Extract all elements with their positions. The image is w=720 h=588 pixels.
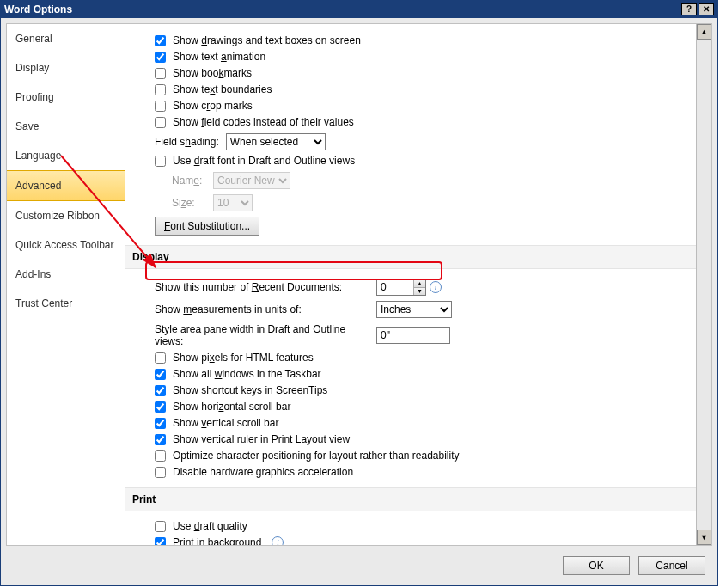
sidebar-item-label: Display <box>15 62 49 74</box>
content-wrap: Show drawings and text boxes on screen S… <box>125 24 711 545</box>
vertical-scrollbar[interactable]: ▲ ▼ <box>696 24 711 545</box>
label-show-field-codes: Show field codes instead of their values <box>173 116 354 128</box>
option-show-windows-taskbar: Show all windows in the Taskbar <box>141 366 687 383</box>
spinner-recent-documents[interactable]: ▲ ▼ <box>376 279 426 296</box>
row-draft-font-size: Size: 10 <box>141 192 687 214</box>
sidebar-item-quick-access-toolbar[interactable]: Quick Access Toolbar <box>7 230 125 260</box>
checkbox-show-drawings[interactable] <box>155 35 166 46</box>
cancel-button[interactable]: Cancel <box>638 556 705 575</box>
row-draft-font-name: Name: Courier New <box>141 169 687 192</box>
row-style-area-width: Style area pane width in Draft and Outli… <box>141 321 687 350</box>
checkbox-show-shortcut-keys[interactable] <box>155 385 166 396</box>
label-show-windows-taskbar: Show all windows in the Taskbar <box>173 368 321 380</box>
checkbox-show-text-boundaries[interactable] <box>155 84 166 95</box>
ok-button[interactable]: OK <box>563 556 630 575</box>
checkbox-optimize-char-positioning[interactable] <box>155 450 166 462</box>
dialog-footer: OK Cancel <box>1 551 717 585</box>
label-use-draft-quality: Use draft quality <box>173 520 247 532</box>
select-font-name: Courier New <box>213 172 290 189</box>
option-show-horizontal-scrollbar: Show horizontal scroll bar <box>141 399 687 415</box>
option-show-crop-marks: Show crop marks <box>141 98 687 114</box>
option-show-vertical-scrollbar: Show vertical scroll bar <box>141 415 687 432</box>
label-show-drawings: Show drawings and text boxes on screen <box>173 34 361 46</box>
label-optimize-char-positioning: Optimize character positioning for layou… <box>173 450 460 462</box>
sidebar-item-customize-ribbon[interactable]: Customize Ribbon <box>7 201 125 230</box>
select-font-size: 10 <box>213 194 253 211</box>
sidebar-item-language[interactable]: Language <box>7 141 125 170</box>
font-substitution-button[interactable]: Font Substitution... <box>155 217 259 236</box>
option-disable-hw-graphics: Disable hardware graphics acceleration <box>141 464 687 481</box>
spinner-down[interactable]: ▼ <box>414 288 425 296</box>
scroll-down-arrow[interactable]: ▼ <box>697 530 711 545</box>
label-style-area-width: Style area pane width in Draft and Outli… <box>155 323 376 347</box>
sidebar-item-trust-center[interactable]: Trust Center <box>7 289 125 318</box>
spinner-buttons: ▲ ▼ <box>413 279 425 295</box>
option-show-field-codes: Show field codes instead of their values <box>141 114 687 131</box>
sidebar-item-general[interactable]: General <box>7 24 125 53</box>
window-title: Word Options <box>4 3 72 15</box>
label-font-size: Size: <box>172 197 206 209</box>
category-sidebar: General Display Proofing Save Language A… <box>7 24 125 545</box>
option-show-bookmarks: Show bookmarks <box>141 65 687 82</box>
checkbox-use-draft-quality[interactable] <box>155 521 166 532</box>
label-show-shortcut-keys: Show shortcut keys in ScreenTips <box>173 384 327 396</box>
spinner-up[interactable]: ▲ <box>414 279 425 288</box>
checkbox-show-windows-taskbar[interactable] <box>155 369 166 380</box>
input-style-area-width[interactable] <box>376 327 450 344</box>
checkbox-print-background[interactable] <box>155 537 166 546</box>
row-recent-documents: Show this number of Recent Documents: ▲ … <box>141 276 687 298</box>
option-show-vertical-ruler: Show vertical ruler in Print Layout view <box>141 432 687 448</box>
option-show-shortcut-keys: Show shortcut keys in ScreenTips <box>141 383 687 399</box>
checkbox-show-vertical-ruler[interactable] <box>155 434 166 445</box>
label-show-crop-marks: Show crop marks <box>173 100 253 112</box>
sidebar-item-label: Quick Access Toolbar <box>15 239 114 251</box>
sidebar-item-save[interactable]: Save <box>7 112 125 141</box>
sidebar-item-proofing[interactable]: Proofing <box>7 83 125 112</box>
help-button[interactable]: ? <box>681 3 697 15</box>
sidebar-item-label: Add-Ins <box>15 268 51 280</box>
checkbox-show-pixels-html[interactable] <box>155 352 166 364</box>
option-use-draft-quality: Use draft quality <box>141 518 687 535</box>
info-icon[interactable]: i <box>430 281 442 293</box>
checkbox-disable-hw-graphics[interactable] <box>155 467 166 478</box>
info-icon[interactable]: i <box>272 536 284 545</box>
select-field-shading[interactable]: When selected <box>226 133 326 150</box>
label-show-vertical-scrollbar: Show vertical scroll bar <box>173 417 278 429</box>
checkbox-show-text-animation[interactable] <box>155 52 166 63</box>
sidebar-item-advanced[interactable]: Advanced <box>7 170 125 201</box>
sidebar-item-label: Trust Center <box>15 297 72 309</box>
sidebar-item-label: General <box>15 33 52 45</box>
select-measurement-units[interactable]: Inches <box>376 301 452 318</box>
word-options-dialog: Word Options ? ✕ General Display Proofin… <box>0 0 718 586</box>
checkbox-show-horizontal-scrollbar[interactable] <box>155 401 166 413</box>
sidebar-item-display[interactable]: Display <box>7 53 125 83</box>
close-button[interactable]: ✕ <box>699 3 714 15</box>
titlebar-controls: ? ✕ <box>681 3 714 15</box>
sidebar-item-add-ins[interactable]: Add-Ins <box>7 260 125 289</box>
sidebar-item-label: Language <box>15 150 61 162</box>
checkbox-show-crop-marks[interactable] <box>155 101 166 112</box>
option-print-background: Print in background i <box>141 535 687 545</box>
content-pane: Show drawings and text boxes on screen S… <box>125 24 696 545</box>
label-show-horizontal-scrollbar: Show horizontal scroll bar <box>173 401 290 413</box>
row-measurement-units: Show measurements in units of: Inches <box>141 298 687 321</box>
checkbox-use-draft-font[interactable] <box>155 156 166 167</box>
label-print-background: Print in background <box>173 536 261 545</box>
input-recent-documents[interactable] <box>377 279 413 295</box>
title-bar: Word Options ? ✕ <box>1 1 717 18</box>
label-disable-hw-graphics: Disable hardware graphics acceleration <box>173 466 353 478</box>
label-field-shading: Field shading: <box>155 136 219 148</box>
option-show-pixels-html: Show pixels for HTML features <box>141 350 687 366</box>
checkbox-show-vertical-scrollbar[interactable] <box>155 418 166 429</box>
sidebar-item-label: Proofing <box>15 91 54 103</box>
option-use-draft-font: Use draft font in Draft and Outline view… <box>141 153 687 169</box>
option-show-text-animation: Show text animation <box>141 49 687 65</box>
sidebar-item-label: Advanced <box>15 180 61 192</box>
checkbox-show-field-codes[interactable] <box>155 117 166 128</box>
row-font-substitution: Font Substitution... <box>141 214 687 238</box>
label-font-name: Name: <box>172 175 206 187</box>
scroll-up-arrow[interactable]: ▲ <box>697 24 711 40</box>
option-show-text-boundaries: Show text boundaries <box>141 82 687 98</box>
checkbox-show-bookmarks[interactable] <box>155 68 166 79</box>
label-show-bookmarks: Show bookmarks <box>173 67 252 79</box>
